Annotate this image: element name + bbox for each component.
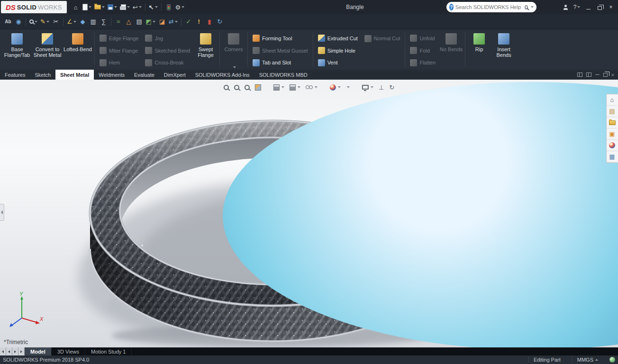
display-style-button[interactable]	[289, 82, 301, 92]
section-view-button[interactable]	[254, 82, 262, 92]
insert-bends-button[interactable]: Insert Bends	[491, 30, 516, 69]
globe-icon[interactable]	[609, 357, 615, 363]
save-button[interactable]	[106, 1, 118, 13]
select-button[interactable]: ↖	[147, 1, 159, 13]
rebuild-button[interactable]	[164, 1, 174, 13]
ribbon-restore-icon[interactable]	[603, 73, 608, 77]
help-button[interactable]: ?	[572, 1, 582, 13]
open-button[interactable]	[93, 1, 106, 13]
base-flange-button[interactable]: Base Flange/Tab	[2, 30, 32, 69]
vent-button[interactable]: Vent	[315, 56, 361, 69]
model-tab[interactable]: Model	[25, 347, 52, 355]
check-entity-button[interactable]: ✓	[183, 16, 194, 27]
pane-next-icon[interactable]	[586, 73, 591, 77]
taskpane-home-button[interactable]: ⌂	[607, 94, 618, 106]
tab-scroll-first-button[interactable]	[0, 347, 6, 355]
close-button[interactable]: ×	[606, 1, 616, 13]
convert-to-sheet-metal-button[interactable]: Convert to Sheet Metal	[32, 30, 63, 69]
edit-appearance-button[interactable]	[329, 82, 342, 92]
cross-break-button[interactable]: Cross-Break	[142, 56, 193, 69]
simple-hole-button[interactable]: Simple Hole	[315, 45, 361, 57]
section-properties-button[interactable]: ▥	[88, 16, 99, 27]
tab-sketch[interactable]: Sketch	[30, 70, 55, 80]
zebra-stripes-button[interactable]: ▤	[134, 16, 145, 27]
previous-view-button[interactable]	[244, 82, 251, 92]
3d-views-tab[interactable]: 3D Views	[52, 347, 85, 355]
normal-cut-button[interactable]: Normal Cut	[361, 32, 404, 45]
apply-scene-button[interactable]	[345, 82, 351, 92]
curvature-button[interactable]: ≈	[113, 16, 124, 27]
deviation-analysis-button[interactable]: △	[124, 16, 134, 27]
fold-button[interactable]: Fold	[407, 45, 439, 57]
swept-flange-button[interactable]: Swept Flange	[193, 30, 218, 69]
corners-flyout-caret[interactable]	[233, 66, 236, 68]
equations-button[interactable]: ∑	[99, 16, 109, 27]
tab-and-slot-button[interactable]: Tab and Slot	[249, 56, 311, 69]
select-magnifier-button[interactable]	[28, 16, 39, 27]
view-palette-button[interactable]: ▣	[607, 128, 618, 140]
home-button[interactable]: ⌂	[71, 1, 81, 13]
units-selector[interactable]: MMGS	[572, 356, 603, 363]
tab-evaluate[interactable]: Evaluate	[129, 70, 159, 80]
sheet-metal-gusset-button[interactable]: Sheet Metal Gusset	[249, 45, 311, 57]
restore-button[interactable]	[594, 1, 605, 13]
minimize-button[interactable]	[583, 1, 593, 13]
corners-button[interactable]: Corners	[221, 30, 246, 69]
tab-solidworks-mbd[interactable]: SOLIDWORKS MBD	[254, 70, 312, 80]
appearances-button[interactable]	[607, 140, 618, 151]
pack-and-go-button[interactable]: ↻	[215, 16, 225, 27]
search-icon[interactable]	[525, 5, 528, 9]
tab-scroll-last-button[interactable]	[18, 347, 25, 355]
tab-features[interactable]: Features	[0, 70, 30, 80]
tab-scroll-left-button[interactable]	[6, 347, 12, 355]
forming-tool-button[interactable]: Forming Tool	[249, 32, 311, 45]
custom-properties-button[interactable]: ▦	[607, 151, 618, 163]
tab-solidworks-add-ins[interactable]: SOLIDWORKS Add-Ins	[191, 70, 254, 80]
view-orientation-button[interactable]	[273, 82, 285, 92]
feature-manager-collapse-tab[interactable]	[0, 204, 4, 221]
ribbon-close-icon[interactable]: ×	[611, 72, 614, 78]
options-button[interactable]: ⚙	[174, 1, 186, 13]
mass-properties-button[interactable]: ◆	[78, 16, 88, 27]
tab-dimxpert[interactable]: DimXpert	[159, 70, 191, 80]
view-settings-button[interactable]	[361, 82, 374, 92]
spell-checker-button[interactable]: Ab	[3, 16, 13, 27]
hem-button[interactable]: Hem	[96, 56, 142, 69]
print-button[interactable]	[118, 1, 131, 13]
zoom-to-fit-button[interactable]	[223, 82, 230, 92]
pane-previous-icon[interactable]	[577, 73, 582, 77]
import-diagnostics-button[interactable]: !	[194, 16, 204, 27]
unfold-button[interactable]: Unfold	[407, 32, 439, 45]
new-document-button[interactable]	[81, 1, 93, 13]
design-library-button[interactable]: ▤	[607, 106, 618, 117]
search-scope-caret[interactable]	[531, 6, 534, 8]
draft-analysis-button[interactable]: ◩	[145, 16, 157, 27]
login-button[interactable]	[560, 1, 571, 13]
flatten-button[interactable]: Flatten	[407, 56, 439, 69]
edge-flange-button[interactable]: Edge Flange	[96, 32, 142, 45]
compare-documents-button[interactable]: ⇄	[167, 16, 179, 27]
measure-button[interactable]: ∠	[65, 16, 78, 27]
zoom-to-area-button[interactable]	[233, 82, 240, 92]
tab-sheet-metal[interactable]: Sheet Metal	[55, 70, 94, 80]
comment-button[interactable]: ✎	[39, 16, 51, 27]
extruded-cut-button[interactable]: Extruded Cut	[315, 32, 361, 45]
motion-study-tab[interactable]: Motion Study 1	[85, 347, 132, 355]
rotate-view-button[interactable]: ↻	[388, 82, 395, 92]
material-button[interactable]: ▮	[204, 16, 215, 27]
thickness-analysis-button[interactable]: ◪	[157, 16, 167, 27]
tab-scroll-right-button[interactable]	[12, 347, 18, 355]
jog-button[interactable]: Jog	[142, 32, 193, 45]
rip-button[interactable]: Rip	[467, 30, 491, 69]
file-explorer-button[interactable]	[607, 117, 618, 128]
lofted-bend-button[interactable]: Lofted-Bend	[63, 30, 93, 69]
undo-button[interactable]: ↩	[131, 1, 143, 13]
no-bends-button[interactable]: No Bends	[439, 30, 464, 69]
search-input[interactable]	[455, 4, 523, 10]
graphics-viewport[interactable]: ⊥ ↻ ⌂ ▤ ▣ ▦ Y X *Trimetric	[0, 80, 618, 347]
sketched-bend-button[interactable]: Sketched Bend	[142, 45, 193, 57]
design-binder-button[interactable]: ◉	[13, 16, 24, 27]
miter-flange-button[interactable]: Miter Flange	[96, 45, 142, 57]
trim-button[interactable]: ✂	[51, 16, 61, 27]
tab-weldments[interactable]: Weldments	[94, 70, 129, 80]
